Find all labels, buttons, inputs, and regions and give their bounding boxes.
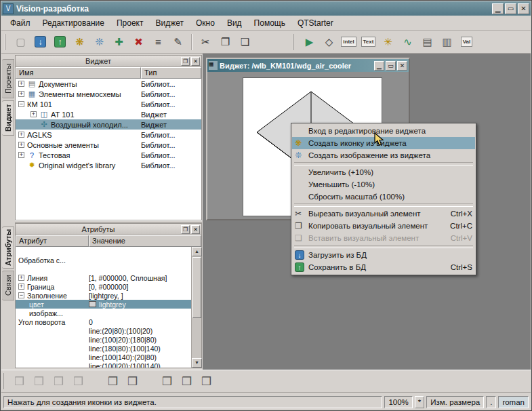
expand-icon[interactable]: + (18, 152, 24, 158)
context-menu-item-4[interactable]: Увеличить (+10%) (292, 166, 475, 178)
attribute-row[interactable]: line:(100|20):(180|80) (16, 335, 191, 344)
attribute-row[interactable]: изображ... (16, 309, 191, 317)
attribute-row[interactable] (16, 247, 191, 256)
attribute-row[interactable]: line:(180|80):(100|140) (16, 344, 191, 353)
user-indicator[interactable]: roman (498, 396, 529, 408)
add-visual-item-button[interactable]: ✚ (110, 33, 128, 51)
menu-item-4[interactable]: Окно (190, 16, 221, 30)
close-panel-icon[interactable]: ✕ (191, 57, 200, 66)
float-panel-icon[interactable]: ❐ (181, 225, 190, 234)
copy-visual-item-button[interactable]: ❐ (216, 33, 234, 51)
shape-tool-7[interactable]: ❒ (158, 372, 176, 391)
tree-row[interactable]: +▤ДокументыБиблиот... (16, 79, 201, 89)
toolbar-handle[interactable] (293, 34, 296, 50)
expand-icon[interactable]: + (18, 142, 24, 148)
expand-icon[interactable]: + (18, 132, 24, 138)
context-menu-item-13[interactable]: ↑Сохранить в БДCtrl+S (292, 261, 475, 273)
column-value[interactable]: Значение (89, 235, 201, 247)
toolbar-handle[interactable] (4, 34, 7, 50)
run-widget-button[interactable]: ▶ (300, 33, 319, 51)
protocol-element-button[interactable]: ▤ (418, 33, 436, 51)
context-menu-item-10[interactable]: ❏Вставить визуальный элементCtrl+V (292, 232, 475, 244)
attribute-row[interactable]: line:(100|20):(100|140) (16, 361, 191, 368)
text-element-button[interactable]: Text (359, 33, 377, 51)
float-panel-icon[interactable]: ❐ (181, 57, 190, 66)
attribute-row[interactable]: line:(20|80):(100|20) (16, 326, 191, 335)
child-minimize-button[interactable]: ▁ (374, 61, 384, 71)
column-type[interactable]: Тип (141, 67, 201, 79)
menu-item-1[interactable]: Редактирование (37, 16, 110, 30)
modified-indicator[interactable]: * (415, 396, 424, 408)
shape-tool-4[interactable]: ❒ (69, 372, 87, 391)
menu-item-7[interactable]: QTStarter (291, 16, 340, 30)
enter-widget-button[interactable]: ▢ (12, 33, 30, 51)
context-menu-item-6[interactable]: Сбросить масштаб (100%) (292, 191, 475, 203)
maximize-button[interactable]: ▭ (505, 3, 516, 14)
scrollbar-thumb[interactable] (192, 257, 201, 318)
expand-icon[interactable]: + (18, 81, 24, 87)
cut-visual-item-button[interactable]: ✂ (197, 33, 215, 51)
media-element-button[interactable]: ✳ (379, 33, 397, 51)
column-attribute[interactable]: Атрибут (16, 235, 89, 247)
paste-visual-item-button[interactable]: ❏ (236, 33, 254, 51)
diagram-element-button[interactable]: ∿ (398, 33, 417, 51)
edit-visual-item-button[interactable]: ✎ (169, 33, 187, 51)
tab-bottom-1[interactable]: Связи (2, 271, 14, 300)
tab-bottom-0[interactable]: Атрибуты (2, 227, 14, 269)
menu-item-2[interactable]: Проект (110, 16, 150, 30)
tree-row[interactable]: +Основные элементыБиблиот... (16, 140, 201, 150)
tab-top-1[interactable]: Виджет (2, 100, 14, 136)
menu-item-0[interactable]: Файл (4, 16, 37, 30)
tree-row[interactable]: +▦Элементы мнемосхемыБиблиот... (16, 89, 201, 99)
save-to-db-button[interactable]: ↑ (51, 33, 69, 51)
attribute-row[interactable]: цветlightgrey (16, 300, 191, 309)
child-maximize-button[interactable]: ▭ (386, 61, 396, 71)
shape-tool-3[interactable]: ❒ (49, 372, 68, 391)
shape-tool-2[interactable]: ❒ (30, 372, 48, 391)
tree-row[interactable]: +◫АТ 101Виджет (16, 109, 201, 119)
context-menu-item-2[interactable]: ❊Создать изображение из виджета (292, 149, 475, 161)
menu-item-3[interactable]: Виджет (149, 16, 190, 30)
shape-tool-8[interactable]: ❒ (178, 372, 196, 391)
menu-item-6[interactable]: Помощь (248, 16, 291, 30)
attribute-row[interactable]: Обработка с... (16, 256, 191, 265)
minimize-button[interactable]: ▁ (492, 3, 504, 14)
create-icon-from-widget-button[interactable]: ❋ (70, 33, 89, 51)
collapse-icon[interactable]: − (18, 101, 24, 107)
tab-top-0[interactable]: Проекты (2, 59, 14, 98)
close-button[interactable]: ✕ (518, 3, 529, 14)
shape-tool-9[interactable]: ❒ (197, 372, 216, 391)
delete-visual-item-button[interactable]: ✖ (129, 33, 148, 51)
column-name[interactable]: Имя (16, 67, 141, 79)
scroll-down-icon[interactable]: ▼ (192, 358, 202, 368)
shape-tool-6[interactable]: ❒ (123, 372, 142, 391)
tree-row[interactable]: ✣Воздушный холодил...Виджет (16, 119, 201, 130)
child-titlebar[interactable]: ▦ Виджет: /wlb_KM101/wdg_air_cooler ▁ ▭ … (207, 59, 409, 72)
value-element-button[interactable]: Val (457, 33, 476, 51)
close-panel-icon[interactable]: ✕ (191, 225, 200, 234)
tree-row[interactable]: +?ТестоваяБиблиот... (16, 150, 201, 160)
elementary-figure-button[interactable]: ◇ (320, 33, 338, 51)
attribute-row[interactable]: −Заполнение[lightgrey, ] (16, 291, 191, 300)
tree-row[interactable]: ✹Original widget's libraryБиблиот... (16, 160, 201, 170)
attribute-row[interactable] (16, 265, 191, 273)
scroll-up-icon[interactable]: ▲ (192, 247, 202, 256)
expand-icon[interactable]: + (18, 275, 24, 281)
attribute-row[interactable]: +Линия[1, #000000, Сплошная] (16, 273, 191, 282)
attribute-row[interactable]: Угол поворота0 (16, 317, 191, 326)
attribute-row[interactable]: +Граница[0, #000000] (16, 282, 191, 291)
load-from-db-button[interactable]: ↓ (31, 33, 49, 51)
titlebar[interactable]: V Vision-разработка ▁ ▭ ✕ (1, 1, 531, 16)
attributes-scrollbar[interactable]: ▲ ▼ (191, 247, 201, 368)
toolbar-handle[interactable] (3, 373, 6, 389)
shape-tool-5[interactable]: ❒ (104, 372, 122, 391)
form-elements-button[interactable]: intel (340, 33, 358, 51)
expand-icon[interactable]: + (18, 283, 24, 290)
child-close-button[interactable]: ✕ (397, 61, 407, 71)
context-menu-item-12[interactable]: ↓Загрузить из БД (292, 249, 475, 261)
create-image-from-widget-button[interactable]: ❊ (90, 33, 108, 51)
shape-tool-1[interactable]: ❒ (10, 372, 28, 391)
collapse-icon[interactable]: − (18, 292, 24, 298)
context-menu-item-9[interactable]: ❐Копировать визуальный элементCtrl+C (292, 220, 475, 232)
expand-icon[interactable]: + (30, 111, 37, 117)
